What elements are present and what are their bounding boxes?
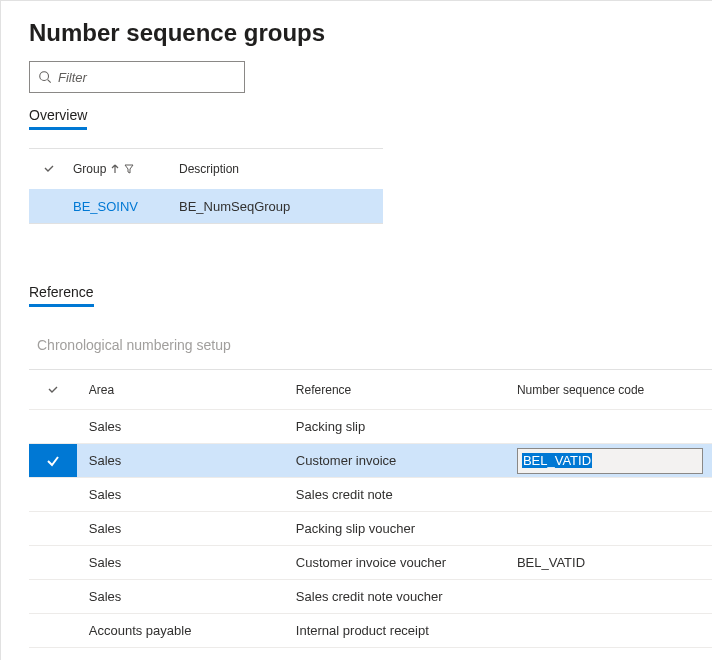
svg-line-1 [48,80,51,83]
cell-description[interactable]: BE_NumSeqGroup [179,199,383,214]
column-header-description[interactable]: Description [179,162,383,176]
cell-reference[interactable]: Packing slip [296,419,517,434]
cell-area[interactable]: Sales [77,419,296,434]
filter-icon[interactable] [124,164,134,174]
overview-grid-header: Group Description [29,149,383,189]
cell-reference[interactable]: Customer invoice [296,453,517,468]
search-icon [38,70,52,84]
cell-group[interactable]: BE_SOINV [69,199,179,214]
column-header-code[interactable]: Number sequence code [517,383,712,397]
select-all-toggle[interactable] [29,163,69,175]
reference-grid-header: Area Reference Number sequence code Sale… [29,370,712,410]
reference-subtitle: Chronological numbering setup [37,337,712,353]
reference-row[interactable]: SalesSales credit note [29,478,712,512]
cell-number-sequence-code[interactable]: BEL_VATID [517,555,712,570]
cell-reference[interactable]: Customer invoice voucher [296,555,517,570]
reference-row[interactable]: SalesSales credit note voucher [29,580,712,614]
cell-reference[interactable]: Packing slip voucher [296,521,517,536]
number-sequence-code-input[interactable]: BEL_VATID [517,448,703,474]
cell-area[interactable]: Sales [77,589,296,604]
cell-reference[interactable]: Sales credit note [296,487,517,502]
overview-row[interactable]: BE_SOINV BE_NumSeqGroup [29,189,383,223]
svg-point-0 [40,72,49,81]
cell-area[interactable]: Sales [77,521,296,536]
select-all-toggle[interactable] [29,384,77,396]
cell-area[interactable]: Sales [77,487,296,502]
cell-number-sequence-code[interactable]: BEL_VATID [517,448,712,474]
number-sequence-code-value: BEL_VATID [522,453,592,468]
chevron-down-icon [47,384,59,396]
reference-row[interactable]: SalesPacking slip [29,410,712,444]
reference-grid: Area Reference Number sequence code Sale… [29,369,712,648]
overview-grid: Group Description BE_SOINV BE_NumSeqGrou… [29,148,383,224]
reference-row[interactable]: SalesPacking slip voucher [29,512,712,546]
checkmark-icon [46,454,60,468]
column-header-group[interactable]: Group [69,162,179,176]
filter-input[interactable] [58,70,236,85]
tab-overview[interactable]: Overview [29,107,87,130]
column-header-reference[interactable]: Reference [296,383,517,397]
cell-area[interactable]: Sales [77,453,296,468]
chevron-down-icon [43,163,55,175]
tab-reference[interactable]: Reference [29,284,94,307]
column-header-group-label: Group [73,162,106,176]
filter-input-container[interactable] [29,61,245,93]
row-marker[interactable] [29,444,77,477]
reference-row[interactable]: SalesCustomer invoice voucherBEL_VATID [29,546,712,580]
column-header-area[interactable]: Area [77,383,296,397]
reference-row[interactable]: SalesCustomer invoiceBEL_VATID [29,444,712,478]
page-title: Number sequence groups [29,19,712,47]
cell-reference[interactable]: Sales credit note voucher [296,589,517,604]
cell-reference[interactable]: Internal product receipt [296,623,517,638]
cell-area[interactable]: Accounts payable [77,623,296,638]
reference-row[interactable]: Accounts payableInternal product receipt [29,614,712,648]
cell-area[interactable]: Sales [77,555,296,570]
sort-ascending-icon [110,164,120,174]
